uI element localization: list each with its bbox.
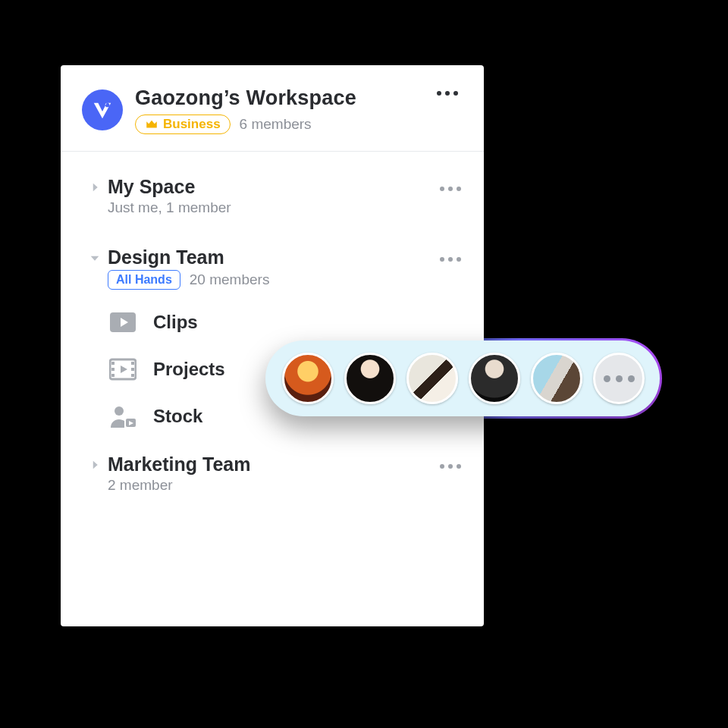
space-tag-all-hands[interactable]: All Hands (108, 270, 180, 290)
expand-toggle[interactable] (82, 246, 108, 265)
space-more-button[interactable] (435, 179, 466, 199)
space-item-design-team[interactable]: Design Team All Hands 20 members (68, 225, 476, 299)
space-tree: My Space Just me, 1 member Design Team A… (61, 152, 484, 503)
person-play-icon (108, 403, 138, 429)
space-title: My Space (108, 176, 435, 198)
chevron-down-icon (88, 251, 102, 265)
expand-toggle[interactable] (82, 176, 108, 194)
more-icon (440, 187, 461, 191)
workspace-header: Gaozong’s Workspace Business 6 members (61, 65, 484, 151)
workspace-more-button[interactable] (432, 86, 463, 100)
crown-icon (145, 118, 158, 131)
space-more-button[interactable] (435, 249, 466, 269)
space-meta: 20 members (190, 271, 270, 288)
chevron-right-icon (88, 180, 102, 194)
expand-toggle[interactable] (82, 453, 108, 472)
plan-label: Business (163, 117, 221, 132)
avatar[interactable] (406, 353, 458, 404)
chevron-right-icon (88, 458, 102, 472)
film-icon (108, 356, 138, 382)
avatar[interactable] (282, 353, 334, 404)
folder-clips[interactable]: Clips (108, 299, 476, 346)
play-icon (108, 309, 138, 335)
avatar[interactable] (344, 353, 396, 404)
more-icon (437, 91, 458, 96)
space-more-button[interactable] (435, 457, 466, 476)
avatar[interactable] (469, 353, 520, 404)
more-icon (604, 375, 635, 382)
space-meta: 2 member (108, 477, 173, 494)
svg-rect-2 (111, 362, 115, 365)
svg-rect-5 (131, 362, 134, 365)
workspace-logo[interactable] (82, 89, 123, 130)
space-title: Design Team (108, 246, 435, 268)
avatar[interactable] (531, 353, 582, 404)
folder-label: Clips (153, 312, 198, 333)
svg-rect-4 (111, 374, 115, 377)
space-item-marketing-team[interactable]: Marketing Team 2 member (68, 440, 476, 503)
workspace-member-count: 6 members (240, 116, 312, 133)
more-icon (440, 257, 461, 262)
svg-rect-7 (131, 374, 134, 377)
more-icon (440, 464, 461, 469)
space-meta: Just me, 1 member (108, 199, 231, 216)
space-item-my-space[interactable]: My Space Just me, 1 member (68, 164, 476, 225)
avatar-overflow-button[interactable] (593, 353, 645, 404)
svg-rect-3 (111, 368, 115, 371)
folder-label: Projects (153, 359, 225, 380)
svg-rect-6 (131, 368, 134, 371)
folder-label: Stock (153, 406, 202, 427)
space-title: Marketing Team (108, 453, 435, 475)
svg-point-8 (115, 406, 124, 416)
plan-badge[interactable]: Business (135, 115, 231, 134)
workspace-title: Gaozong’s Workspace (135, 86, 420, 110)
brand-v-icon (91, 99, 114, 121)
member-avatar-pill[interactable] (265, 340, 660, 416)
